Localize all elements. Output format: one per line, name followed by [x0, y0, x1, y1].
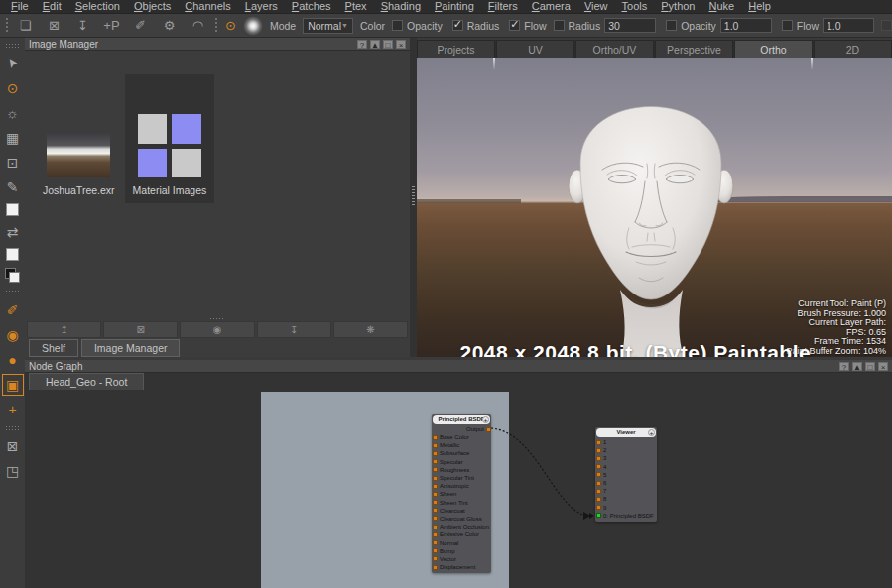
- node-input-row[interactable]: 3: [595, 454, 657, 462]
- add-tool-button[interactable]: +: [4, 401, 22, 418]
- input-port[interactable]: [596, 497, 601, 502]
- toolbar-drag-handle[interactable]: [214, 17, 218, 34]
- flow-toggle[interactable]: Flow: [509, 20, 546, 32]
- menu-item[interactable]: Selection: [68, 0, 127, 13]
- add-paint-target-button[interactable]: +P: [102, 16, 121, 36]
- float-button[interactable]: □: [383, 40, 393, 49]
- menu-item[interactable]: Layers: [238, 0, 285, 13]
- node-input-row[interactable]: Roughness: [432, 466, 491, 474]
- node-input-row[interactable]: Clearcoat Gloss: [432, 515, 491, 523]
- import-image-button[interactable]: ↧: [73, 16, 92, 36]
- node-input-row[interactable]: Ambient Occlusion: [432, 523, 491, 530]
- node-input-row[interactable]: Sheen Tint: [432, 499, 491, 507]
- input-port[interactable]: [433, 548, 438, 553]
- node-input-row[interactable]: 5: [595, 471, 657, 479]
- projection-settings-button[interactable]: ⚙: [160, 16, 179, 36]
- menu-item[interactable]: Python: [654, 0, 701, 13]
- opacity-toggle[interactable]: Opacity: [392, 20, 443, 32]
- paint-target-button[interactable]: ⊙: [225, 16, 236, 36]
- menu-item[interactable]: Ptex: [338, 0, 374, 13]
- input-port[interactable]: [596, 440, 601, 445]
- node-input-row[interactable]: Anisotropic: [432, 482, 491, 490]
- input-port[interactable]: [596, 464, 601, 469]
- node-input-row[interactable]: Metallic: [432, 441, 491, 449]
- input-port[interactable]: [596, 505, 601, 510]
- menu-item[interactable]: Shading: [374, 0, 428, 13]
- input-port[interactable]: [433, 516, 438, 521]
- node-input-row[interactable]: Subsurface: [432, 449, 491, 457]
- output-port[interactable]: [486, 427, 491, 432]
- menu-item[interactable]: Help: [741, 0, 778, 13]
- tab-2d[interactable]: 2D: [814, 40, 892, 58]
- menu-item[interactable]: Painting: [428, 0, 481, 13]
- node-input-row[interactable]: 2: [595, 446, 657, 454]
- mode-dropdown[interactable]: Normal ▼: [303, 18, 353, 34]
- node-input-row[interactable]: 4: [595, 463, 657, 471]
- menu-item[interactable]: File: [4, 0, 36, 13]
- node-connected-input-row[interactable]: 0: Principled BSDF: [595, 512, 657, 520]
- paint-tool[interactable]: ✐: [4, 301, 22, 319]
- input-port[interactable]: [433, 540, 438, 545]
- input-port[interactable]: [433, 492, 438, 497]
- node-input-row[interactable]: Normal: [432, 538, 491, 546]
- input-port[interactable]: [433, 451, 438, 456]
- node-principled-bsdf[interactable]: Principled BSDF + Output Base ColorMetal…: [432, 414, 491, 573]
- foreground-color-swatch[interactable]: [6, 203, 19, 216]
- field-input[interactable]: [604, 18, 656, 33]
- menu-item[interactable]: Camera: [525, 0, 577, 13]
- input-port[interactable]: [433, 459, 438, 464]
- shader-sphere-tool[interactable]: ●: [4, 351, 22, 369]
- connected-input-port[interactable]: [596, 513, 601, 518]
- help-button[interactable]: ?: [839, 362, 849, 371]
- paint-through-button[interactable]: ✐: [131, 16, 150, 36]
- node-viewer[interactable]: Viewer + 123456789 0: Principled BSDF: [595, 427, 657, 522]
- node-input-row[interactable]: Emissive Color: [432, 530, 491, 538]
- field-input[interactable]: [823, 18, 874, 33]
- image-item-material-images[interactable]: Material Images: [125, 74, 215, 203]
- copy-buffer-button[interactable]: ◳: [4, 462, 22, 480]
- input-port[interactable]: [433, 532, 438, 537]
- vertical-splitter[interactable]: [410, 38, 417, 357]
- radius-toggle[interactable]: Radius: [452, 20, 500, 32]
- menu-item[interactable]: Edit: [36, 0, 68, 13]
- input-port[interactable]: [596, 472, 601, 477]
- input-port[interactable]: [433, 556, 438, 561]
- shader-eye-tool[interactable]: ◉: [4, 326, 22, 344]
- checkbox-icon[interactable]: [666, 20, 677, 31]
- node-input-row[interactable]: Clearcoat: [432, 507, 491, 515]
- float-button[interactable]: □: [865, 362, 875, 371]
- palette-button[interactable]: ❋: [333, 321, 408, 338]
- node-input-row[interactable]: 6: [595, 479, 657, 487]
- node-graph-tab[interactable]: Head_Geo - Root: [29, 373, 144, 390]
- rail-drag-handle[interactable]: [5, 425, 20, 430]
- node-input-row[interactable]: Specular: [432, 458, 491, 466]
- input-port[interactable]: [433, 484, 438, 489]
- input-port[interactable]: [433, 508, 438, 513]
- rail-drag-handle[interactable]: [5, 43, 20, 48]
- node-input-row[interactable]: Specular Tint: [432, 474, 491, 482]
- paint-target-tool[interactable]: ⊙: [4, 79, 22, 97]
- close-button[interactable]: ×: [396, 40, 406, 49]
- tab-perspective[interactable]: Perspective: [655, 40, 733, 58]
- menu-item[interactable]: Channels: [178, 0, 238, 13]
- export-image-button[interactable]: ↧: [257, 321, 331, 338]
- node-input-row[interactable]: 7: [595, 487, 657, 495]
- node-header[interactable]: Viewer +: [596, 428, 656, 437]
- checkbox-icon[interactable]: [782, 20, 793, 31]
- swap-colors-button[interactable]: ⇄: [4, 223, 22, 241]
- viewport-canvas[interactable]: Current Tool: Paint (P)Brush Pressure: 1…: [417, 58, 892, 357]
- node-input-row[interactable]: 9: [595, 504, 657, 512]
- toolbar-drag-handle[interactable]: [5, 17, 9, 34]
- load-image-button[interactable]: ↥: [27, 321, 101, 338]
- input-port[interactable]: [433, 565, 438, 570]
- checkbox-icon[interactable]: [554, 20, 565, 31]
- menu-item[interactable]: Patches: [285, 0, 338, 13]
- node-input-row[interactable]: 1: [595, 438, 657, 446]
- tab-ortho[interactable]: Ortho: [734, 40, 813, 58]
- node-input-row[interactable]: Bump: [432, 547, 491, 555]
- menu-item[interactable]: Filters: [481, 0, 525, 13]
- tab-shelf[interactable]: Shelf: [29, 339, 78, 357]
- projector-button[interactable]: ◠: [189, 16, 207, 36]
- close-image-button[interactable]: ⊠: [45, 16, 64, 36]
- input-port[interactable]: [596, 448, 601, 453]
